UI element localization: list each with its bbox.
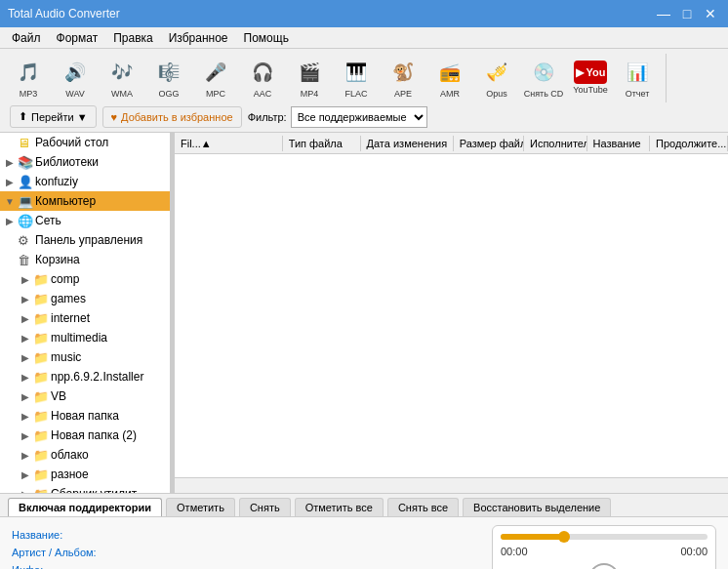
format-mp4-button[interactable]: 🎬 MP4	[287, 53, 332, 103]
tree-item-libraries[interactable]: ▶ 📚 Библиотеки	[0, 152, 170, 172]
control-panel-icon: ⚙	[18, 233, 33, 248]
tree-item-computer[interactable]: ▼ 💻 Компьютер	[0, 191, 170, 211]
format-wma-button[interactable]: 🎶 WMA	[100, 53, 144, 103]
col-title-label: Название	[593, 138, 641, 149]
tab-unmark-all[interactable]: Снять все	[387, 498, 459, 516]
tree-item-desktop[interactable]: 🖥 Рабочий стол	[0, 133, 170, 152]
menu-help[interactable]: Помощь	[236, 29, 297, 47]
col-header-type[interactable]: Тип файла	[283, 136, 361, 151]
tree-label-recycle: Корзина	[35, 253, 80, 266]
col-header-date[interactable]: Дата изменения	[361, 136, 454, 151]
go-button[interactable]: ⬆ Перейти ▼	[10, 105, 97, 128]
toolbar-right: ⬆ Перейти ▼ ♥ Добавить в избранное Фильт…	[10, 105, 427, 128]
h-scroll-content	[175, 478, 728, 479]
horizontal-scrollbar[interactable]	[175, 477, 728, 493]
format-flac-button[interactable]: 🎹 FLAC	[334, 53, 379, 103]
folder-icon-multimedia: 📁	[33, 331, 49, 345]
col-type-label: Тип файла	[289, 138, 343, 149]
toolbar-separator	[666, 54, 667, 102]
youtube-label: YouTube	[573, 86, 607, 96]
tab-include-subdirs[interactable]: Включая поддиректории	[8, 498, 162, 516]
h-scroll-inner[interactable]	[175, 478, 728, 493]
maximize-button[interactable]: □	[677, 4, 697, 23]
play-button[interactable]: ▶	[588, 563, 620, 569]
menu-file[interactable]: Файл	[4, 29, 49, 47]
tab-unmark[interactable]: Снять	[239, 498, 291, 516]
tree-label-npp: npp.6.9.2.Installer	[51, 370, 143, 384]
tree-item-konfuziy[interactable]: ▶ 👤 konfuziy	[0, 172, 170, 191]
tree-item-oblako[interactable]: ▶ 📁 облако	[0, 445, 170, 465]
tree-item-novaya1[interactable]: ▶ 📁 Новая папка	[0, 406, 170, 426]
col-header-size[interactable]: Размер файла	[454, 136, 524, 151]
add-favorite-button[interactable]: ♥ Добавить в избранное	[102, 106, 242, 128]
player-progress-thumb[interactable]	[558, 531, 570, 543]
format-ogg-button[interactable]: 🎼 OGG	[146, 53, 191, 103]
col-header-title[interactable]: Название	[587, 136, 651, 151]
tree-label-sbornik: Сборник утилит	[51, 487, 137, 493]
col-header-duration[interactable]: Продолжите...	[650, 136, 728, 151]
mp3-icon: 🎵	[13, 57, 44, 88]
report-button[interactable]: 📊 Отчет	[615, 53, 660, 103]
tab-mark[interactable]: Отметить	[166, 498, 235, 516]
tree-item-control-panel[interactable]: ⚙ Панель управления	[0, 230, 170, 250]
tree-label-network: Сеть	[35, 214, 61, 227]
col-size-label: Размер файла	[460, 138, 524, 149]
title-bar: Total Audio Converter — □ ✕	[0, 0, 728, 27]
rip-cd-button[interactable]: 💿 Снять CD	[521, 53, 566, 103]
format-aac-button[interactable]: 🎧 AAC	[240, 53, 285, 103]
youtube-button[interactable]: ▶ You YouTube	[568, 53, 613, 103]
player-progress-bar[interactable]	[501, 534, 708, 540]
filter-select[interactable]: Все поддерживаемые фо... MP3 WAV FLAC OG…	[291, 106, 427, 128]
tree-item-music[interactable]: ▶ 📁 music	[0, 347, 170, 367]
tree-label-comp: comp	[51, 272, 79, 286]
menu-format[interactable]: Формат	[49, 29, 106, 47]
col-header-filename[interactable]: Fil...▲	[175, 136, 283, 151]
ogg-label: OGG	[158, 90, 179, 100]
tree-item-internet[interactable]: ▶ 📁 internet	[0, 308, 170, 328]
amr-icon: 📻	[434, 57, 465, 88]
tree-item-sbornik[interactable]: ▶ 📁 Сборник утилит	[0, 484, 170, 493]
report-label: Отчет	[626, 90, 650, 100]
tree-item-recycle[interactable]: 🗑 Корзина	[0, 250, 170, 269]
tree-item-multimedia[interactable]: ▶ 📁 multimedia	[0, 328, 170, 347]
format-mp3-button[interactable]: 🎵 MP3	[6, 53, 51, 103]
artist-label: Артист / Альбом:	[12, 547, 97, 558]
menu-edit[interactable]: Правка	[105, 29, 161, 47]
tree-item-raznoe[interactable]: ▶ 📁 разное	[0, 465, 170, 484]
tab-mark-all[interactable]: Отметить все	[295, 498, 384, 516]
format-mpc-button[interactable]: 🎤 MPC	[193, 53, 238, 103]
format-amr-button[interactable]: 📻 AMR	[427, 53, 472, 103]
folder-icon-raznoe: 📁	[33, 467, 49, 482]
tree-item-npp[interactable]: ▶ 📁 npp.6.9.2.Installer	[0, 367, 170, 386]
format-wav-button[interactable]: 🔊 WAV	[53, 53, 98, 103]
folder-tree: 🖥 Рабочий стол ▶ 📚 Библиотеки ▶ 👤 konfuz…	[0, 133, 171, 493]
opus-label: Opus	[486, 90, 507, 100]
wma-icon: 🎶	[106, 57, 138, 88]
tree-item-vb[interactable]: ▶ 📁 VB	[0, 386, 170, 406]
close-button[interactable]: ✕	[701, 4, 720, 23]
file-list-panel: Fil...▲ Тип файла Дата изменения Размер …	[175, 133, 728, 493]
media-player: 00:00 00:00 ⏮ ▶ ⏭	[492, 525, 716, 569]
app-title: Total Audio Converter	[8, 7, 120, 20]
tree-item-novaya2[interactable]: ▶ 📁 Новая папка (2)	[0, 426, 170, 445]
col-date-label: Дата изменения	[367, 138, 448, 149]
tree-item-network[interactable]: ▶ 🌐 Сеть	[0, 211, 170, 230]
folder-icon-novaya2: 📁	[33, 428, 49, 443]
tab-restore-selection[interactable]: Восстановить выделение	[463, 498, 611, 516]
menu-favorites[interactable]: Избранное	[161, 29, 236, 47]
expand-icon-novaya2: ▶	[18, 430, 33, 441]
bottom-tabs: Включая поддиректории Отметить Снять Отм…	[0, 494, 728, 517]
mpc-icon: 🎤	[200, 57, 231, 88]
format-ape-button[interactable]: 🐒 APE	[381, 53, 425, 103]
expand-icon-npp: ▶	[18, 372, 33, 383]
filter-label: Фильтр:	[248, 111, 287, 123]
folder-icon-libraries: 📚	[18, 155, 33, 170]
minimize-button[interactable]: —	[654, 4, 673, 23]
tree-item-comp[interactable]: ▶ 📁 comp	[0, 269, 170, 289]
recycle-icon: 🗑	[18, 253, 33, 267]
col-header-artist[interactable]: Исполнитель	[524, 136, 587, 151]
media-info-panel: Название: Артист / Альбом: Инфо: 00:00 0…	[0, 517, 728, 569]
format-opus-button[interactable]: 🎺 Opus	[474, 53, 519, 103]
folder-icon-internet: 📁	[33, 311, 49, 326]
tree-item-games[interactable]: ▶ 📁 games	[0, 289, 170, 308]
